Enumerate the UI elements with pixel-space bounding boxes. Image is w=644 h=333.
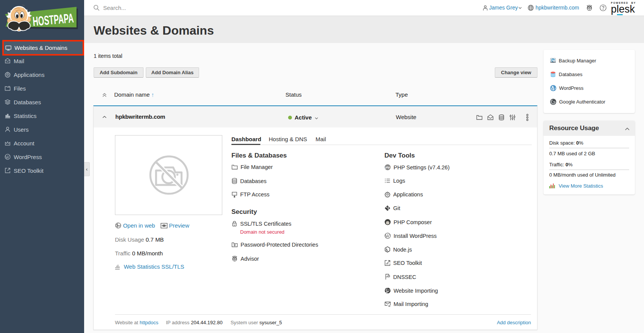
- svg-text:php: php: [385, 166, 390, 169]
